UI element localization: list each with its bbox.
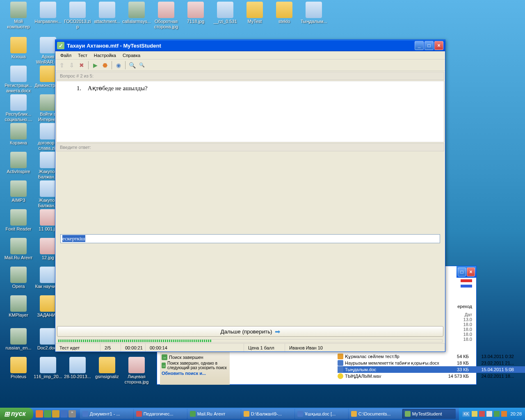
app-icon	[244, 411, 249, 417]
file-icon	[40, 357, 56, 373]
zoom-in-button[interactable]: 🔍	[128, 61, 136, 69]
search-done: Поиск завершен	[169, 355, 203, 360]
file-icon	[10, 267, 27, 283]
ql-expand-icon[interactable]: »	[68, 410, 76, 418]
next-button[interactable]: Дальше (проверить) ➡	[57, 326, 443, 337]
file-icon	[187, 2, 204, 18]
tray-icon[interactable]	[479, 411, 485, 417]
tray-icon[interactable]	[486, 411, 492, 417]
desktop-icon[interactable]: ActivInspire	[4, 152, 33, 174]
file-icon	[217, 2, 233, 18]
desktop-icon[interactable]: Тыңдалым...	[299, 2, 328, 24]
menu-item[interactable]: Файл	[57, 52, 75, 59]
icon-label: ГОСО2013.zip	[63, 19, 92, 30]
ql-icon[interactable]	[52, 410, 59, 418]
desktop-icon[interactable]: __rzi_0.531	[211, 2, 240, 24]
desktop-icon[interactable]: russian_en...	[4, 328, 33, 351]
quick-launch: »	[33, 410, 78, 418]
desktop-icon[interactable]: Mail.Ru Агент	[4, 238, 33, 260]
file-icon	[128, 2, 145, 18]
play-button[interactable]: ▶	[91, 61, 99, 69]
desktop-icon[interactable]: 116_imp_20...	[34, 357, 62, 379]
globe-button[interactable]: ◉	[114, 61, 123, 69]
desktop-icon[interactable]: Направлен...	[34, 2, 62, 24]
search-refresh-link[interactable]: Обновить поиск и...	[162, 371, 228, 376]
menu-item[interactable]: Настройка	[91, 52, 119, 59]
file-icon	[40, 328, 56, 345]
desktop-icon[interactable]: Оборотная сторона.jpg	[152, 2, 180, 30]
file-icon	[69, 357, 86, 373]
status-time1: 00:00:21	[121, 344, 146, 352]
minimize-button[interactable]: _	[415, 41, 424, 50]
file-icon	[99, 2, 115, 18]
icon-label: KMPlayer	[4, 313, 33, 318]
down-button[interactable]: ⇩	[68, 61, 76, 69]
tray-icon[interactable]	[472, 411, 477, 417]
clock[interactable]: 20:28	[510, 411, 522, 416]
next-label: Дальше (проверить)	[220, 329, 272, 335]
ql-icon[interactable]	[36, 410, 43, 418]
desktop-icon[interactable]: 7118.jpg	[181, 2, 210, 24]
taskbar-item[interactable]: Ұшқыш.doc [...	[295, 409, 348, 419]
taskbar-item[interactable]: D:\Балжан\9-...	[241, 409, 294, 419]
desktop-icon[interactable]: Регистраци... анкета.docx	[4, 66, 33, 94]
taskbar-item[interactable]: Документ1 - ...	[80, 409, 133, 419]
ql-icon[interactable]	[60, 410, 68, 418]
desktop-icon[interactable]: Proteus	[4, 357, 33, 379]
desktop-icon[interactable]: Мой компьютер	[4, 2, 33, 30]
icon-label: callalarmsys...	[122, 19, 151, 24]
icon-label: steklo	[270, 19, 299, 24]
up-button[interactable]: ⇧	[58, 61, 66, 69]
tray-icon[interactable]	[494, 411, 500, 417]
ql-icon[interactable]	[44, 410, 51, 418]
tray-icon[interactable]	[501, 411, 507, 417]
desktop-icon[interactable]: ГОСО2013.zip	[63, 2, 92, 30]
taskbar-item[interactable]: Mail.Ru Агент	[187, 409, 241, 419]
icon-label: russian_en...	[4, 345, 33, 351]
app-icon: ✓	[57, 42, 64, 49]
desktop-icon[interactable]: callalarmsys...	[122, 2, 151, 24]
desktop-icon[interactable]: Foxit Reader	[4, 209, 33, 232]
menu-item[interactable]: Справка	[119, 52, 144, 59]
file-icon	[10, 94, 27, 111]
delete-button[interactable]: ✖	[78, 61, 86, 69]
file-icon	[10, 123, 27, 139]
taskbar-item[interactable]: C:\Documents...	[349, 409, 402, 419]
desktop-icon[interactable]: AIMP3	[4, 180, 33, 203]
desktop-icon[interactable]: steklo	[270, 2, 299, 24]
desktop-icon[interactable]: Лицевая сторона.jpg	[122, 357, 151, 385]
file-icon	[10, 66, 27, 82]
desktop-icon[interactable]: 28-10-2013...	[63, 357, 92, 379]
answer-input[interactable]: ескерткіш	[60, 234, 440, 243]
status-time2: 00:00:14	[146, 344, 244, 352]
language-indicator[interactable]: KK	[462, 411, 470, 417]
desktop-icon[interactable]: Opera	[4, 267, 33, 289]
status-score: Цена 1 балл	[244, 344, 285, 352]
taskbar-item[interactable]: MyTestStudent	[402, 409, 456, 419]
file-icon	[99, 357, 115, 373]
app-icon	[82, 411, 88, 417]
titlebar[interactable]: ✓ Тахауи Ахтанов.mtf - MyTestStudent _ □…	[55, 40, 445, 51]
answer-header: Введите ответ:	[56, 143, 444, 151]
taskbar-item[interactable]: Педагогичес...	[134, 409, 187, 419]
desktop-icon[interactable]: Республик... социально....	[4, 94, 33, 122]
desktop-icon[interactable]: KMPlayer	[4, 295, 33, 318]
file-icon	[40, 94, 56, 111]
question-number: 1.	[65, 85, 81, 92]
zoom-out-button[interactable]: 🔍	[138, 61, 146, 69]
desktop-icon[interactable]: MyTest	[240, 2, 269, 24]
stop-button[interactable]: ⬣	[101, 61, 109, 69]
desktop-icon[interactable]: Ксюша	[4, 37, 33, 59]
desktop-icon[interactable]: attachment...	[93, 2, 121, 24]
start-button[interactable]: ⊞ пуск	[0, 408, 33, 420]
file-icon	[40, 66, 56, 82]
status-progress: 2/5	[100, 344, 121, 352]
maximize-button[interactable]: □	[425, 41, 434, 50]
file-icon	[40, 238, 56, 254]
menu-item[interactable]: Тест	[75, 52, 91, 59]
desktop-icon[interactable]: gsmsignaliz	[93, 357, 121, 379]
file-icon	[10, 37, 27, 53]
desktop-icon[interactable]: Корзина	[4, 123, 33, 146]
file-icon	[10, 209, 27, 226]
close-button[interactable]: ×	[434, 41, 443, 50]
